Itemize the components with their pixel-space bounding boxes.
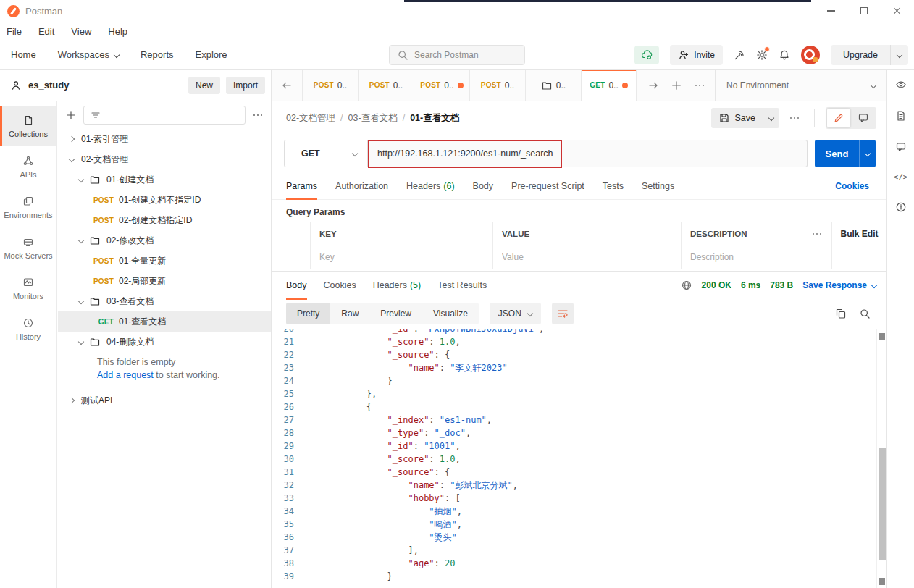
view-tab-preview[interactable]: Preview (369, 303, 422, 324)
comments-panel-icon[interactable] (895, 141, 907, 153)
back-button[interactable] (272, 70, 302, 101)
new-tab-button[interactable] (666, 80, 687, 91)
menu-item-help[interactable]: Help (108, 26, 127, 37)
tree-item-04-删除文档[interactable]: 04-删除文档 (58, 332, 271, 352)
param-input-key[interactable] (319, 252, 475, 262)
url-input[interactable] (377, 148, 785, 159)
avatar[interactable] (801, 46, 820, 64)
param-input-description[interactable] (690, 252, 818, 262)
import-button[interactable]: Import (226, 77, 265, 94)
rail-item-environments[interactable]: Environments (0, 187, 56, 227)
tab-params[interactable]: Params (286, 172, 317, 199)
maximize-button[interactable] (847, 0, 881, 22)
code-snippet-icon[interactable]: </> (894, 172, 908, 182)
new-button[interactable]: New (188, 77, 220, 94)
upgrade-button[interactable]: Upgrade (831, 45, 908, 65)
nav-home[interactable]: Home (11, 49, 36, 60)
tab-authorization[interactable]: Authorization (335, 172, 388, 199)
bulk-edit-button[interactable]: Bulk Edit (831, 222, 886, 245)
tree-item-01-索引管理[interactable]: 01-索引管理 (58, 129, 271, 149)
breadcrumb-item[interactable]: 03-查看文档 (348, 112, 398, 125)
tree-item-测试api[interactable]: 测试API (58, 390, 271, 411)
column-more-icon[interactable] (811, 222, 823, 245)
breadcrumb-item[interactable]: 01-查看文档 (410, 112, 459, 125)
search-input[interactable] (414, 50, 517, 60)
filter-box[interactable] (83, 106, 246, 125)
nav-workspaces[interactable]: Workspaces (58, 49, 119, 60)
rail-item-mock-servers[interactable]: Mock Servers (0, 227, 56, 268)
nav-explore[interactable]: Explore (196, 49, 227, 60)
upgrade-label[interactable]: Upgrade (831, 50, 890, 60)
globe-icon[interactable] (681, 280, 692, 291)
edit-pencil-button[interactable] (827, 109, 850, 127)
tab-settings[interactable]: Settings (642, 172, 674, 199)
send-dropdown[interactable] (860, 140, 876, 167)
tab-pre-request-script[interactable]: Pre-request Script (511, 172, 584, 199)
tree-item-01-创建文档[interactable]: 01-创建文档 (58, 169, 271, 190)
open-tab-2[interactable]: POST0.. (358, 70, 414, 101)
open-tab-3[interactable]: POST0.. (414, 70, 469, 101)
request-more-actions[interactable] (786, 112, 803, 124)
menu-item-edit[interactable]: Edit (38, 26, 54, 37)
param-input-value[interactable] (502, 252, 663, 262)
rail-item-apis[interactable]: APIs (0, 146, 56, 187)
response-tab-headers[interactable]: Headers(5) (373, 272, 422, 299)
add-collection-button[interactable] (65, 109, 77, 121)
tab-headers[interactable]: Headers(6) (406, 172, 455, 199)
copy-icon[interactable] (835, 308, 847, 319)
view-tab-pretty[interactable]: Pretty (286, 303, 330, 324)
documentation-icon[interactable] (895, 110, 907, 122)
scrollbar-thumb[interactable] (879, 448, 886, 560)
tree-item-03-查看文档[interactable]: 03-查看文档 (58, 291, 271, 311)
wrap-text-button[interactable] (552, 303, 574, 324)
tree-item-02-修改文档[interactable]: 02-修改文档 (58, 230, 271, 251)
nav-reports[interactable]: Reports (141, 49, 174, 60)
open-tab-6[interactable]: GET0.. (581, 70, 637, 101)
tree-item-01-全量更新[interactable]: POST01-全量更新 (58, 251, 271, 271)
sync-status-button[interactable] (634, 46, 659, 64)
more-actions-icon[interactable] (252, 109, 264, 121)
format-selector[interactable]: JSON (490, 303, 541, 324)
scroll-down-button[interactable] (879, 578, 885, 585)
tree-item-02-局部更新[interactable]: POST02-局部更新 (58, 271, 271, 291)
save-response-button[interactable]: Save Response (802, 280, 876, 290)
info-icon[interactable] (895, 201, 907, 213)
save-dropdown[interactable] (763, 116, 779, 120)
menu-item-view[interactable]: View (71, 26, 91, 37)
view-tab-raw[interactable]: Raw (330, 303, 369, 324)
breadcrumb-item[interactable]: 02-文档管理 (286, 112, 335, 125)
comments-button[interactable] (852, 109, 875, 127)
rail-item-collections[interactable]: Collections (0, 106, 56, 146)
global-search[interactable] (389, 45, 525, 65)
response-tab-body[interactable]: Body (286, 272, 307, 299)
scroll-up-button[interactable] (879, 333, 885, 340)
view-tab-visualize[interactable]: Visualize (422, 303, 479, 324)
tab-body[interactable]: Body (473, 172, 494, 199)
open-tab-1[interactable]: POST0.. (302, 70, 358, 101)
tree-item-01-查看文档[interactable]: GET01-查看文档 (58, 311, 271, 332)
settings-gear-icon[interactable] (756, 49, 768, 61)
invite-button[interactable]: Invite (670, 45, 723, 65)
rail-item-history[interactable]: History (0, 308, 56, 349)
response-tab-test-results[interactable]: Test Results (437, 272, 487, 299)
rail-item-monitors[interactable]: Monitors (0, 268, 56, 308)
menu-item-file[interactable]: File (7, 26, 22, 37)
eye-icon[interactable] (895, 79, 907, 91)
forward-button[interactable] (642, 80, 664, 91)
tab-options-button[interactable] (689, 80, 710, 91)
tab-tests[interactable]: Tests (603, 172, 624, 199)
cookies-link[interactable]: Cookies (835, 172, 869, 199)
response-tab-cookies[interactable]: Cookies (324, 272, 356, 299)
send-button[interactable]: Send (815, 140, 876, 167)
save-button[interactable]: Save (711, 108, 780, 128)
notifications-bell-icon[interactable] (779, 49, 790, 61)
add-request-link[interactable]: Add a request (97, 370, 154, 380)
tree-item-02-创建文档指定id[interactable]: POST02-创建文档指定ID (58, 210, 271, 230)
environment-selector[interactable]: No Environment (715, 70, 886, 101)
close-button[interactable] (881, 0, 914, 22)
tree-item-01-创建文档不指定id[interactable]: POST01-创建文档不指定ID (58, 190, 271, 210)
upgrade-dropdown[interactable] (891, 53, 908, 57)
open-tab-5[interactable]: 0.. (525, 70, 581, 101)
method-selector[interactable]: GET (284, 140, 368, 167)
workspace-name[interactable]: es_study (28, 80, 69, 91)
